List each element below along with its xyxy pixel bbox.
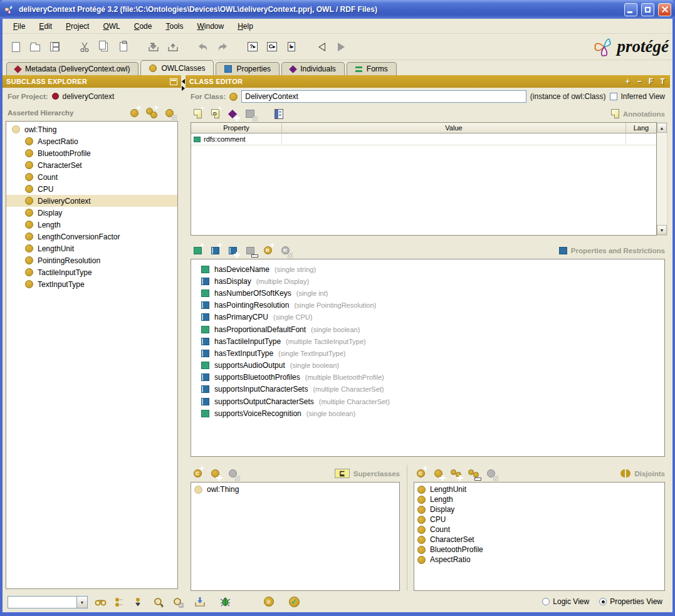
annotations-scrollbar[interactable]: ▲ ▼ [657, 122, 667, 236]
menu-item[interactable]: OWL [96, 19, 127, 33]
properties-view-radio-icon[interactable] [599, 598, 607, 605]
copy-icon[interactable] [96, 39, 112, 55]
navigate-back-icon[interactable] [313, 39, 330, 55]
delete-restriction-icon[interactable] [278, 244, 292, 257]
open-project-icon[interactable] [27, 39, 43, 55]
tray-download-icon[interactable] [193, 595, 207, 608]
property-item[interactable]: supportsInputCharacterSets (multiple Cha… [191, 384, 664, 395]
class-tree-item[interactable]: Display [6, 207, 177, 219]
property-item[interactable]: supportsBluetoothProfiles (multiple Blue… [191, 372, 664, 384]
expand-all-icon[interactable] [113, 596, 127, 608]
add-superclass-icon[interactable] [208, 467, 222, 480]
combo-dropdown-icon[interactable]: ▼ [76, 597, 87, 608]
create-object-property-icon[interactable] [208, 244, 222, 257]
query-cursor-icon[interactable]: ? [244, 39, 261, 55]
collapse-right-icon[interactable] [182, 86, 185, 91]
bug-icon[interactable] [218, 595, 232, 608]
add-property-icon[interactable] [226, 244, 239, 257]
redo-icon[interactable] [214, 39, 231, 55]
delete-class-icon[interactable] [162, 107, 176, 119]
tab[interactable]: Individuals [281, 62, 345, 75]
property-item[interactable]: hasNumberOfSoftKeys (single int) [191, 287, 664, 299]
add-all-siblings-icon[interactable] [449, 467, 463, 480]
delete-annotation-icon[interactable] [243, 108, 257, 120]
create-annotation-d-icon[interactable] [208, 108, 222, 120]
logic-view-radio[interactable]: Logic View [542, 597, 589, 606]
class-name-input[interactable] [241, 90, 526, 103]
undo-icon[interactable] [195, 39, 211, 55]
archive-export-icon[interactable] [165, 39, 181, 55]
disjoint-item[interactable]: LengthUnit [414, 484, 664, 494]
find-combobox[interactable]: ▼ [8, 596, 88, 608]
menu-circle-icon[interactable] [262, 595, 276, 608]
add-individual-annotation-icon[interactable] [226, 108, 239, 120]
property-item[interactable]: hasProportionalDefaultFont (single boole… [191, 323, 664, 335]
detach-view-icon[interactable] [170, 78, 177, 85]
create-restriction-icon[interactable] [261, 244, 275, 257]
class-tree-item[interactable]: DeliveryContext [6, 195, 177, 207]
disjoint-item[interactable]: Count [414, 525, 664, 535]
logic-view-radio-icon[interactable] [542, 598, 550, 605]
cut-icon[interactable] [76, 39, 93, 55]
save-project-icon[interactable] [46, 39, 63, 55]
remove-all-siblings-icon[interactable] [466, 467, 480, 480]
archive-import-icon[interactable] [145, 39, 162, 55]
property-item[interactable]: hasTextInputType (single TextInputType) [191, 347, 664, 359]
property-item[interactable]: supportsVoiceRecognition (single boolean… [191, 407, 664, 419]
property-item[interactable]: hasPointingResolution (single PointingRe… [191, 300, 664, 311]
create-datatype-property-icon[interactable] [191, 244, 204, 257]
scroll-down-icon[interactable]: ▼ [657, 225, 667, 235]
remove-property-icon[interactable] [243, 244, 257, 257]
panel-splitter[interactable] [181, 75, 186, 612]
forms-config-icon[interactable]: F [647, 77, 655, 86]
menu-item[interactable]: Help [231, 19, 260, 33]
disjoint-item[interactable]: Length [414, 494, 664, 504]
remove-superclass-icon[interactable] [226, 467, 239, 480]
property-item[interactable]: hasDisplay (multiple Display) [191, 275, 664, 287]
class-tree-item[interactable]: LengthUnit [6, 243, 177, 254]
inferred-view-checkbox[interactable] [610, 93, 617, 100]
title-config-icon[interactable]: T [659, 77, 666, 86]
add-widget-icon[interactable]: + [624, 77, 631, 86]
class-tree-item[interactable]: CharacterSet [6, 159, 177, 171]
check-circle-icon[interactable] [287, 595, 301, 608]
disjoint-item[interactable]: AspectRatio [414, 555, 664, 565]
class-tree-item[interactable]: AspectRatio [6, 135, 177, 147]
class-tree-item[interactable]: Length [6, 219, 177, 231]
disjoint-item[interactable]: BluetoothProfile [414, 545, 664, 555]
properties-view-radio[interactable]: Properties View [599, 597, 662, 606]
class-tree-item[interactable]: TextInputType [6, 278, 177, 290]
tab[interactable]: Metadata (DeliveryContext.owl) [6, 62, 139, 75]
remove-disjoint-icon[interactable] [484, 467, 498, 480]
property-item[interactable]: hasPrimaryCPU (single CPU) [191, 311, 664, 323]
disjoint-item[interactable]: CharacterSet [414, 535, 664, 545]
collapse-left-icon[interactable] [182, 79, 185, 84]
class-tree-item[interactable]: PointingResolution [6, 254, 177, 266]
create-disjoint-class-icon[interactable] [414, 467, 427, 480]
annotation-row[interactable]: rdfs:comment [191, 133, 656, 145]
create-superclass-icon[interactable] [191, 467, 204, 480]
add-disjoint-icon[interactable] [431, 467, 445, 480]
maximize-button[interactable] [641, 3, 654, 16]
find-input[interactable] [8, 597, 76, 608]
class-cursor-icon[interactable]: C [264, 39, 280, 55]
collapse-all-icon[interactable] [132, 596, 146, 608]
tab[interactable]: Properties [216, 62, 280, 75]
superclass-item[interactable]: owl:Thing [191, 484, 399, 494]
class-tree-item[interactable]: TactileInputType [6, 266, 177, 278]
minimize-button[interactable] [624, 3, 637, 16]
create-annotation-icon[interactable] [191, 108, 204, 120]
class-tree-item[interactable]: LengthConversionFactor [6, 231, 177, 243]
tab[interactable]: OWLClasses [140, 60, 214, 75]
scroll-up-icon[interactable]: ▲ [657, 123, 667, 133]
disjoint-item[interactable]: Display [414, 504, 664, 514]
property-item[interactable]: hasDeviceName (single string) [191, 263, 664, 275]
class-tree-item[interactable]: BluetoothProfile [6, 147, 177, 159]
property-item[interactable]: supportsAudioOutput (single boolean) [191, 360, 664, 372]
annotation-value[interactable] [282, 133, 626, 145]
disjoint-item[interactable]: CPU [414, 514, 664, 525]
tree-root-item[interactable]: owl:Thing [6, 123, 177, 135]
property-item[interactable]: supportsOutputCharacterSets (multiple Ch… [191, 395, 664, 407]
find-restriction-icon[interactable]: ∃ [152, 596, 165, 608]
navigate-forward-icon[interactable] [333, 39, 349, 55]
